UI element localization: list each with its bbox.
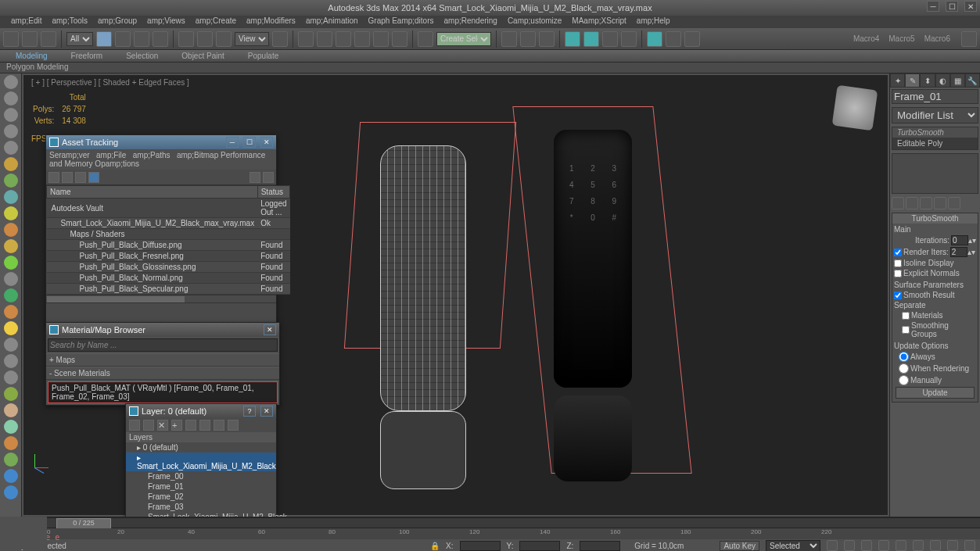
tool-icon[interactable]: [4, 91, 18, 106]
tool-icon[interactable]: [4, 157, 18, 171]
tool-icon[interactable]: [4, 124, 18, 138]
schematic-icon[interactable]: [565, 31, 580, 47]
transform-y-input[interactable]: [519, 541, 560, 551]
tool-icon[interactable]: [4, 272, 18, 286]
close-button[interactable]: ✕: [260, 406, 273, 417]
menu-grapheditors[interactable]: Graph Eamp;ditors: [364, 16, 439, 28]
trackbar-mini[interactable]: [0, 517, 47, 549]
menu-customize[interactable]: Camp;ustomize: [503, 16, 566, 28]
tab-utilities-icon[interactable]: 🔧: [965, 73, 980, 88]
thumb-icon[interactable]: [88, 172, 99, 183]
tool-icon[interactable]: [4, 485, 18, 499]
iterations-spinner[interactable]: [951, 235, 968, 245]
viewcube[interactable]: [832, 85, 878, 131]
tool-icon[interactable]: [4, 321, 18, 335]
tool-icon[interactable]: [4, 174, 18, 188]
asset-row[interactable]: Push_Pull_Black_Normal.pngFound: [47, 273, 290, 284]
menu-create[interactable]: amp;Create: [191, 16, 241, 28]
menu-edit[interactable]: amp;Edit: [6, 16, 46, 28]
minimize-button[interactable]: ─: [226, 137, 239, 148]
update-render-radio[interactable]: [899, 363, 909, 374]
macro4[interactable]: Macro4: [853, 34, 879, 43]
menu-views[interactable]: amp;Views: [142, 16, 190, 28]
render-prod-icon[interactable]: [666, 31, 681, 47]
minimize-button[interactable]: ─: [927, 1, 939, 12]
tool-icon[interactable]: [4, 436, 18, 450]
ribbon-tab-selection[interactable]: Selection: [126, 52, 158, 60]
explicit-checkbox[interactable]: [894, 270, 902, 277]
ribbon-tab-objectpaint[interactable]: Object Paint: [181, 52, 224, 60]
render-iters-spinner[interactable]: [950, 247, 967, 257]
tool-icon[interactable]: [4, 141, 18, 155]
help-button[interactable]: ?: [243, 406, 256, 417]
select-icon[interactable]: [96, 31, 112, 47]
spinner-snap-icon[interactable]: [392, 31, 407, 47]
maximize-button[interactable]: ☐: [243, 137, 256, 148]
render-setup-icon[interactable]: [602, 31, 618, 47]
object-name-field[interactable]: [892, 89, 978, 104]
isoline-checkbox[interactable]: [894, 259, 902, 267]
material-editor-icon[interactable]: [583, 31, 599, 47]
stack-item-editablepoly[interactable]: Editable Poly: [892, 138, 978, 149]
tab-display-icon[interactable]: ▦: [950, 73, 965, 88]
move-icon[interactable]: [178, 31, 194, 47]
macro6[interactable]: Macro6: [924, 34, 950, 43]
tool-icon[interactable]: [4, 370, 18, 385]
delete-layer-icon[interactable]: [143, 420, 154, 431]
update-button[interactable]: Update: [896, 387, 975, 399]
keymode-icon[interactable]: [317, 31, 332, 47]
tool-icon[interactable]: [4, 256, 18, 270]
a360-icon[interactable]: [684, 31, 700, 47]
viewport-label[interactable]: [ + ] [ Perspective ] [ Shaded + Edged F…: [31, 78, 189, 87]
asset-tracking-window[interactable]: Asset Tracking ─☐✕ Seramp;ver amp;File a…: [45, 134, 277, 325]
smgroups-checkbox[interactable]: [902, 326, 910, 334]
goto-start-icon[interactable]: [827, 540, 838, 551]
select-layer-icon[interactable]: +: [171, 420, 182, 431]
tool-icon[interactable]: [4, 223, 18, 237]
materials-checkbox[interactable]: [902, 312, 910, 320]
tree-icon[interactable]: [62, 172, 73, 183]
asset-row[interactable]: Push_Pull_Black_Fresnel.pngFound: [47, 251, 290, 262]
asset-row[interactable]: Push_Pull_Black_Glossiness.pngFound: [47, 262, 290, 273]
layer-row[interactable]: ▸ 0 (default): [126, 442, 276, 453]
update-always-radio[interactable]: [899, 352, 909, 362]
macro5[interactable]: Macro5: [888, 34, 914, 43]
options-icon[interactable]: [249, 172, 260, 183]
props-icon[interactable]: [228, 420, 239, 431]
rotate-icon[interactable]: [197, 31, 213, 47]
next-frame-icon[interactable]: [878, 540, 889, 551]
layer-window[interactable]: Layer: 0 (default) ?✕ ✕ + Layers ▸ 0 (de…: [125, 403, 277, 523]
render-icon[interactable]: [647, 31, 662, 47]
menu-modifiers[interactable]: amp;Modifiers: [242, 16, 300, 28]
modifier-stack[interactable]: TurboSmooth Editable Poly: [892, 127, 978, 150]
asset-row[interactable]: Smart_Lock_Xiaomi_Mijia_U_M2_Black_max_v…: [47, 218, 290, 229]
transform-z-input[interactable]: [580, 541, 620, 551]
material-browser-window[interactable]: Material/Map Browser ✕ Search by Name ..…: [45, 322, 280, 406]
tab-motion-icon[interactable]: ◐: [935, 73, 950, 88]
nav-icon[interactable]: [947, 540, 958, 551]
scene-materials-group[interactable]: - Scene Materials: [46, 367, 279, 380]
gear-icon[interactable]: [961, 31, 977, 47]
ribbon-tab-modeling[interactable]: Modeling: [16, 52, 48, 60]
asset-row[interactable]: Push_Pull_Black_Diffuse.pngFound: [47, 240, 290, 251]
mirror-icon[interactable]: [418, 31, 433, 47]
pivot-icon[interactable]: [272, 31, 288, 47]
show-end-icon[interactable]: [906, 197, 918, 209]
menu-animation[interactable]: amp;Animation: [301, 16, 363, 28]
menu-maxscript[interactable]: MAamp;XScript: [567, 16, 630, 28]
add-to-layer-icon[interactable]: ✕: [157, 420, 168, 431]
tool-icon[interactable]: [4, 338, 18, 352]
maximize-button[interactable]: ☐: [946, 1, 958, 12]
modifier-list-select[interactable]: Modifier List: [892, 107, 978, 123]
goto-end-icon[interactable]: [896, 540, 906, 551]
tool-icon[interactable]: [4, 75, 18, 89]
layer-row[interactable]: Frame_00: [126, 471, 276, 481]
menu-help[interactable]: amp;Help: [632, 16, 675, 28]
tab-hierarchy-icon[interactable]: ⬍: [920, 73, 935, 88]
help-icon[interactable]: [263, 172, 274, 183]
tab-create-icon[interactable]: ✦: [890, 73, 905, 88]
lock-icon[interactable]: 🔒: [430, 542, 440, 550]
ribbon-tab-freeform[interactable]: Freeform: [71, 52, 103, 60]
manipulate-icon[interactable]: [298, 31, 314, 47]
tool-icon[interactable]: [4, 387, 18, 401]
